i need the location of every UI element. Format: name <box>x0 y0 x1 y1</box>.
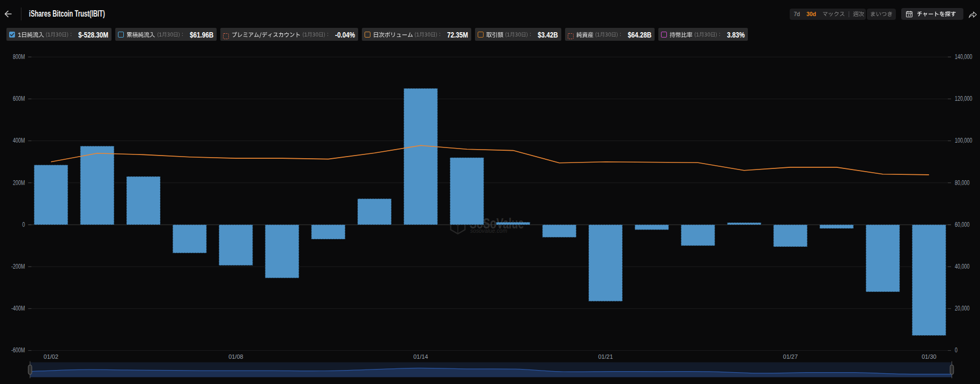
legend-value: 3.83% <box>727 30 745 39</box>
navigator-right-handle[interactable] <box>950 365 954 375</box>
x-axis-tick-label: 01/27 <box>783 353 798 360</box>
bar-01/07[interactable] <box>173 225 206 253</box>
right-axis-tick-label: 20,000 <box>955 305 970 312</box>
legend-value: $3.42B <box>538 30 558 39</box>
legend-chip-4[interactable]: 72.35M <box>362 28 472 41</box>
x-axis-tick-label: 01/21 <box>598 353 613 360</box>
left-axis-tick-label: 600M <box>13 95 25 102</box>
bar-01/15[interactable] <box>450 158 484 225</box>
legend-label <box>18 31 44 39</box>
bar-01/06[interactable] <box>127 176 160 225</box>
legend-date <box>595 31 623 38</box>
bar-01/28[interactable] <box>820 225 853 228</box>
interval-selector <box>867 9 896 20</box>
legend-value: 72.35M <box>447 30 468 39</box>
bar-01/24[interactable] <box>727 223 761 225</box>
legend-bar: $-528.30M$61.96B-0.04%72.35M$3.42B$64.28… <box>6 28 748 41</box>
left-axis-tick-label: -600M <box>11 346 25 354</box>
bar-01/27[interactable] <box>774 225 807 247</box>
right-axis-tick-label: 80,000 <box>955 179 970 187</box>
range-option-マックス[interactable] <box>822 10 845 18</box>
legend-marker-icon[interactable] <box>223 32 229 38</box>
bar-01/09[interactable] <box>265 225 299 278</box>
right-axis-tick-label: 40,000 <box>955 263 970 270</box>
bar-01/17[interactable] <box>543 225 576 237</box>
legend-date <box>414 31 442 38</box>
bar-01/14[interactable] <box>404 88 437 225</box>
legend-date <box>694 31 722 38</box>
checkbox-checked-icon[interactable] <box>9 32 15 38</box>
legend-marker-icon[interactable] <box>661 32 667 38</box>
right-axis-tick-label: 60,000 <box>955 221 970 228</box>
legend-chip-2[interactable]: $61.96B <box>115 28 217 41</box>
legend-chip-7[interactable]: 3.83% <box>658 28 748 41</box>
bar-01/23[interactable] <box>681 225 715 246</box>
legend-chip-5[interactable]: $3.42B <box>475 28 561 41</box>
bar-01/08[interactable] <box>219 225 253 265</box>
toolbar: 7d30d <box>0 0 980 25</box>
bar-01/03[interactable] <box>80 146 114 225</box>
legend-label <box>127 31 155 39</box>
right-axis-tick-label: 100,000 <box>955 137 972 144</box>
range-option-30d[interactable]: 30d <box>806 11 816 17</box>
legend-label <box>373 31 413 39</box>
right-axis-tick-label: 140,000 <box>955 53 972 61</box>
range-divider <box>849 11 849 17</box>
bar-01/10[interactable] <box>311 225 345 239</box>
range-option-7d[interactable]: 7d <box>794 11 800 17</box>
left-axis-tick-label: 200M <box>13 179 25 187</box>
gridlines <box>28 57 952 350</box>
calendar-icon <box>906 11 912 18</box>
range-selector: 7d30d <box>790 9 866 20</box>
legend-marker-icon[interactable] <box>365 32 370 38</box>
bar-01/02[interactable] <box>34 165 68 225</box>
legend-chip-3[interactable]: -0.04% <box>220 28 358 41</box>
left-axis-tick-label: 400M <box>13 137 25 144</box>
legend-date <box>46 31 73 38</box>
legend-value: $64.28B <box>628 30 651 39</box>
legend-chip-1[interactable]: $-528.30M <box>6 28 112 41</box>
bar-01/21[interactable] <box>589 225 622 301</box>
bar-01/16[interactable] <box>496 222 530 225</box>
bar-01/30[interactable] <box>912 225 946 336</box>
x-axis-tick-label: 01/14 <box>413 353 428 360</box>
legend-date <box>157 31 185 38</box>
left-axis-tick-label: -200M <box>11 263 25 270</box>
main-chart: SoSoValuesosovalue.com800M140,000600M120… <box>0 0 980 384</box>
legend-marker-icon[interactable] <box>478 32 484 38</box>
bar-series[interactable] <box>34 88 946 336</box>
bar-01/13[interactable] <box>358 199 391 225</box>
find-chart-button[interactable] <box>901 8 963 20</box>
x-axis-tick-label: 01/30 <box>922 353 937 360</box>
legend-marker-icon[interactable] <box>568 32 574 38</box>
x-axis-labels: 01/0201/0801/1401/2101/2701/30 <box>43 353 936 360</box>
legend-chip-6[interactable]: $64.28B <box>565 28 655 41</box>
range-option-週次[interactable] <box>853 10 864 18</box>
overlay-line-series[interactable] <box>51 145 929 175</box>
navigator-left-handle[interactable] <box>28 365 32 375</box>
legend-value: -0.04% <box>335 30 355 39</box>
legend-label <box>232 31 301 39</box>
left-axis-tick-label: 0 <box>23 221 25 228</box>
watermark-subtext: sosovalue.com <box>470 227 507 234</box>
right-axis-tick-label: 120,000 <box>955 95 972 102</box>
legend-value: $-528.30M <box>78 30 108 39</box>
left-axis-tick-label: -400M <box>11 305 25 312</box>
navigator[interactable] <box>28 361 954 379</box>
legend-date <box>302 31 330 38</box>
legend-marker-icon[interactable] <box>118 32 124 38</box>
legend-date <box>505 31 533 38</box>
range-option-まいつき[interactable] <box>870 10 893 18</box>
legend-label <box>486 31 503 39</box>
bar-01/22[interactable] <box>635 225 669 230</box>
share-arrow-icon[interactable] <box>968 10 977 18</box>
bar-01/29[interactable] <box>866 225 900 292</box>
right-axis-tick-label: 0 <box>955 346 957 354</box>
header: iShares Bitcoin Trust(IBIT) 7d30d <box>0 0 980 25</box>
left-axis-tick-label: 800M <box>13 53 25 61</box>
x-axis-tick-label: 01/02 <box>43 353 58 360</box>
x-axis-tick-label: 01/08 <box>228 353 243 360</box>
legend-value: $61.96B <box>190 30 213 39</box>
legend-label <box>670 31 693 39</box>
legend-label <box>576 31 593 39</box>
